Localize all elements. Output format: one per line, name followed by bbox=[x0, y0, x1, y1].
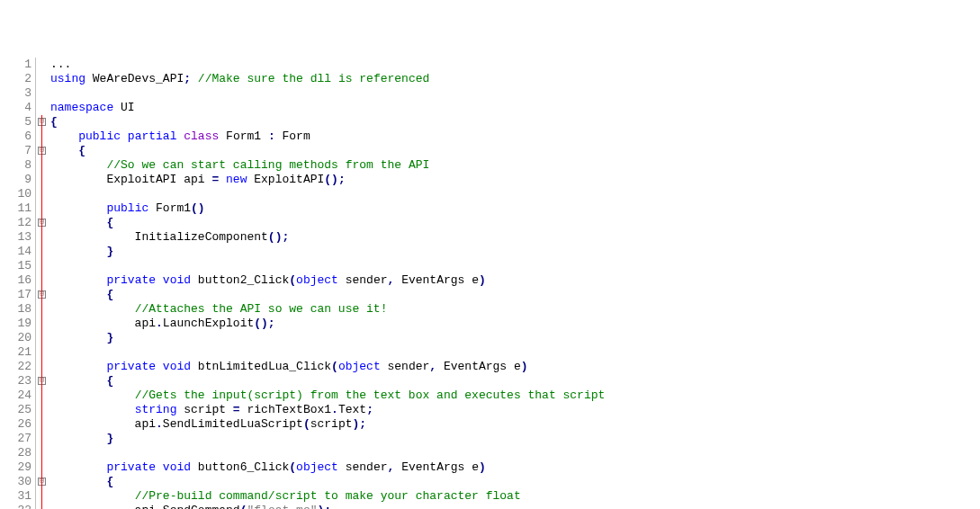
token-txt bbox=[50, 331, 106, 344]
token-txt bbox=[156, 360, 163, 373]
token-pun: { bbox=[78, 144, 85, 157]
code-line[interactable]: ExploitAPI api = new ExploitAPI(); bbox=[50, 173, 980, 187]
token-txt: sender bbox=[381, 360, 430, 373]
token-txt: sender bbox=[338, 273, 388, 287]
token-txt: button2_Click bbox=[191, 273, 289, 287]
code-line[interactable]: } bbox=[50, 432, 980, 446]
token-kw: object bbox=[296, 273, 338, 287]
token-pun: ) bbox=[479, 460, 486, 474]
line-number: 11 bbox=[0, 201, 31, 216]
token-txt bbox=[50, 460, 106, 474]
token-pun: ) bbox=[521, 360, 528, 373]
token-pun: } bbox=[106, 432, 113, 445]
token-txt: api bbox=[50, 317, 156, 330]
token-kw: void bbox=[163, 360, 191, 373]
code-line[interactable] bbox=[50, 446, 980, 460]
token-pun: . bbox=[156, 504, 163, 509]
token-pun: } bbox=[106, 331, 113, 344]
code-line[interactable]: //So we can start calling methods from t… bbox=[50, 158, 980, 173]
token-pun: ); bbox=[353, 417, 367, 431]
code-line[interactable]: api.SendLimitedLuaScript(script); bbox=[50, 417, 980, 432]
code-line[interactable] bbox=[50, 187, 980, 201]
line-number: 16 bbox=[0, 273, 31, 288]
code-line[interactable]: private void button2_Click(object sender… bbox=[50, 273, 980, 288]
code-line[interactable]: using WeAreDevs_API; //Make sure the dll… bbox=[50, 72, 980, 86]
code-line[interactable]: api.SendCommand("float me"); bbox=[50, 504, 980, 509]
token-kw: public bbox=[106, 201, 148, 215]
token-pun: (); bbox=[324, 173, 345, 186]
line-number-gutter: 1234567891011121314151617181920212223242… bbox=[0, 58, 36, 509]
token-txt: ExploitAPI api bbox=[50, 173, 211, 186]
token-txt: api bbox=[50, 504, 156, 509]
code-line[interactable] bbox=[50, 259, 980, 273]
code-line[interactable]: { bbox=[50, 475, 980, 489]
token-txt: EventArgs e bbox=[394, 273, 479, 287]
code-line[interactable]: public partial class Form1 : Form bbox=[50, 129, 980, 144]
code-line[interactable]: private void button6_Click(object sender… bbox=[50, 460, 980, 475]
line-number: 13 bbox=[0, 230, 31, 245]
code-line[interactable]: ... bbox=[50, 58, 980, 72]
code-line[interactable] bbox=[50, 345, 980, 360]
line-number: 20 bbox=[0, 331, 31, 345]
token-txt: Form1 bbox=[148, 201, 191, 215]
token-pun: ( bbox=[289, 460, 296, 474]
code-line[interactable]: { bbox=[50, 144, 980, 158]
token-txt bbox=[50, 475, 106, 488]
token-txt bbox=[191, 72, 198, 85]
token-pun: ; bbox=[184, 72, 191, 85]
token-kw: namespace bbox=[50, 101, 113, 114]
code-line[interactable]: string script = richTextBox1.Text; bbox=[50, 403, 980, 417]
code-line[interactable]: //Gets the input(script) from the text b… bbox=[50, 388, 980, 403]
code-line[interactable]: namespace UI bbox=[50, 101, 980, 115]
token-txt: button6_Click bbox=[191, 460, 289, 474]
token-pun: } bbox=[106, 245, 113, 258]
token-txt bbox=[50, 302, 135, 316]
token-pun: (); bbox=[254, 317, 274, 330]
fold-margin[interactable]: ⊟⊟⊟⊟⊟⊟ bbox=[36, 58, 49, 509]
code-line[interactable]: api.LaunchExploit(); bbox=[50, 317, 980, 331]
line-number: 17 bbox=[0, 288, 31, 302]
token-cmt: //Attaches the API so we can use it! bbox=[135, 302, 388, 316]
line-number: 6 bbox=[0, 129, 31, 144]
line-number: 21 bbox=[0, 345, 31, 360]
token-pun: . bbox=[331, 403, 338, 416]
code-line[interactable]: { bbox=[50, 115, 980, 129]
code-area[interactable]: ...using WeAreDevs_API; //Make sure the … bbox=[49, 58, 980, 509]
line-number: 10 bbox=[0, 187, 31, 201]
token-txt: UI bbox=[113, 101, 134, 114]
token-pun: ) bbox=[479, 273, 486, 287]
code-line[interactable]: //Attaches the API so we can use it! bbox=[50, 302, 980, 317]
token-pun: = bbox=[233, 403, 240, 416]
line-number: 4 bbox=[0, 101, 31, 115]
code-line[interactable]: { bbox=[50, 374, 980, 388]
code-line[interactable]: } bbox=[50, 331, 980, 345]
token-txt: SendLimitedLuaScript bbox=[163, 417, 303, 431]
token-txt bbox=[50, 489, 135, 503]
code-line[interactable]: } bbox=[50, 245, 980, 259]
token-pun: { bbox=[106, 475, 113, 488]
token-pun: , bbox=[429, 360, 436, 373]
code-editor[interactable]: 1234567891011121314151617181920212223242… bbox=[0, 58, 980, 509]
code-line[interactable]: InitializeComponent(); bbox=[50, 230, 980, 245]
token-txt: script bbox=[176, 403, 232, 416]
code-line[interactable]: //Pre-build command/script to make your … bbox=[50, 489, 980, 504]
line-number: 19 bbox=[0, 317, 31, 331]
token-pun: ( bbox=[331, 360, 338, 373]
line-number: 26 bbox=[0, 417, 31, 432]
code-line[interactable]: { bbox=[50, 288, 980, 302]
line-number: 27 bbox=[0, 432, 31, 446]
code-line[interactable] bbox=[50, 86, 980, 101]
token-txt bbox=[121, 129, 128, 143]
line-number: 9 bbox=[0, 173, 31, 187]
code-line[interactable]: { bbox=[50, 216, 980, 230]
token-txt: EventArgs e bbox=[436, 360, 521, 373]
token-kw: using bbox=[50, 72, 85, 85]
line-number: 22 bbox=[0, 360, 31, 374]
token-cls: class bbox=[184, 129, 219, 143]
token-pun: { bbox=[106, 374, 113, 388]
code-line[interactable]: private void btnLimitedLua_Click(object … bbox=[50, 360, 980, 374]
code-line[interactable]: public Form1() bbox=[50, 201, 980, 216]
token-txt bbox=[156, 460, 163, 474]
token-txt: Form bbox=[275, 129, 310, 143]
line-number: 15 bbox=[0, 259, 31, 273]
